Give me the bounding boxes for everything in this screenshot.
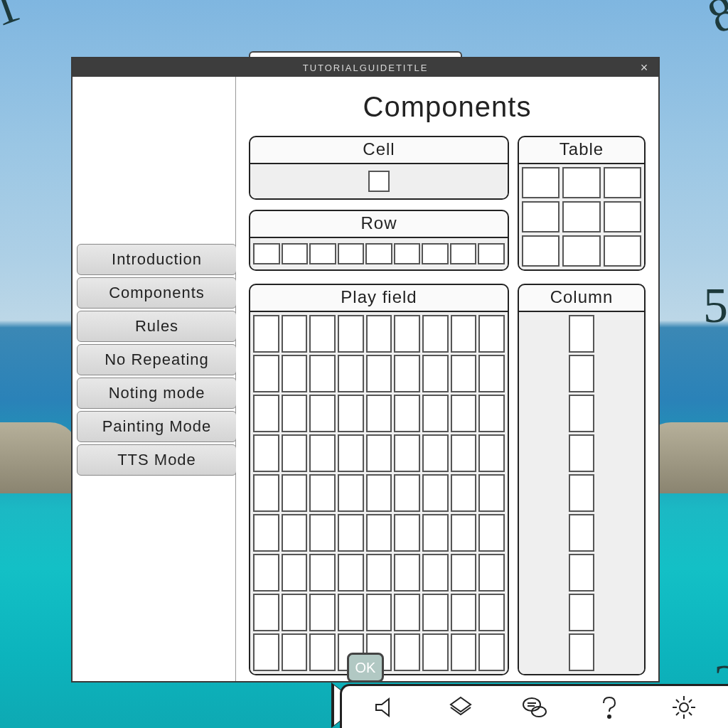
grid-cell (338, 474, 364, 512)
help-icon[interactable] (594, 692, 625, 723)
grid-cell (309, 355, 336, 392)
sidebar-item-label: No Repeating (105, 350, 209, 369)
svg-point-4 (608, 715, 611, 718)
deck-icon[interactable] (445, 692, 476, 723)
grid-cell (394, 633, 420, 671)
grid-cell (394, 594, 420, 631)
grid-cell (450, 243, 477, 264)
grid-cell (366, 395, 392, 432)
grid-cell (422, 514, 449, 552)
grid-cell (282, 434, 308, 472)
bottom-toolbar (340, 684, 728, 728)
cell-icon (368, 171, 390, 192)
grid-cell (282, 594, 308, 631)
grid-cell (522, 201, 560, 232)
grid-cell (253, 355, 279, 392)
sidebar-item-rules[interactable]: Rules (77, 311, 237, 342)
sidebar-spacer (73, 77, 235, 244)
grid-cell (569, 514, 594, 552)
grid-cell (478, 554, 505, 592)
grid-cell (394, 395, 420, 432)
floating-number: 5 (703, 277, 728, 334)
sidebar-item-noting-mode[interactable]: Noting mode (77, 378, 237, 409)
panel-cell: Cell (249, 136, 509, 200)
panel-title-table: Table (519, 137, 644, 163)
grid-cell (309, 554, 336, 592)
panel-row: Row (249, 210, 509, 271)
grid-cell (422, 395, 449, 432)
grid-cell (422, 474, 449, 512)
grid-cell (451, 395, 477, 432)
grid-cell (253, 554, 279, 592)
panel-body-row (250, 237, 508, 269)
grid-cell (366, 594, 392, 631)
tutorial-window: TUTORIALGUIDETITLE × Introduction Compon… (71, 57, 660, 682)
grid-cell (562, 235, 600, 267)
grid-cell (569, 554, 594, 592)
grid-cell (604, 201, 641, 232)
sidebar-item-components[interactable]: Components (77, 277, 237, 309)
grid-cell (282, 355, 308, 392)
grid-cell (282, 633, 308, 671)
sidebar-item-label: Rules (135, 317, 178, 336)
sidebar-item-no-repeating[interactable]: No Repeating (77, 344, 237, 375)
grid-cell (569, 474, 594, 512)
grid-cell (309, 395, 336, 432)
top-row: Cell Row Tabl (249, 136, 646, 271)
sound-icon[interactable] (370, 692, 402, 723)
grid-cell (451, 514, 477, 552)
sidebar-item-label: Components (109, 284, 205, 302)
panel-title-column: Column (519, 285, 644, 311)
grid-cell (522, 167, 560, 198)
grid-cell (309, 474, 336, 512)
grid-cell (366, 474, 392, 512)
grid-cell (569, 395, 594, 432)
ok-button[interactable]: OK (347, 653, 384, 682)
grid-cell (338, 395, 364, 432)
grid-cell (478, 395, 505, 432)
close-button[interactable]: × (636, 58, 654, 77)
grid-cell (366, 554, 392, 592)
column-grid-icon (569, 315, 594, 671)
panel-body-column (519, 311, 644, 674)
grid-cell (253, 395, 279, 432)
grid-cell (569, 633, 594, 671)
grid-cell (309, 315, 336, 353)
grid-cell (422, 315, 449, 353)
sidebar-item-label: Painting Mode (102, 417, 212, 436)
grid-cell (451, 633, 477, 671)
grid-cell (338, 315, 364, 353)
grid-cell (478, 315, 505, 353)
settings-icon[interactable] (668, 692, 700, 723)
grid-cell (309, 633, 336, 671)
grid-cell (366, 355, 392, 392)
grid-cell (253, 315, 279, 353)
chat-icon[interactable] (519, 692, 550, 723)
grid-cell (394, 434, 420, 472)
panel-title-row: Row (250, 211, 508, 237)
grid-cell (522, 235, 560, 267)
grid-cell (338, 594, 364, 631)
grid-cell (394, 474, 420, 512)
grid-cell (478, 594, 505, 631)
grid-cell (394, 355, 420, 392)
grid-cell (562, 201, 600, 232)
titlebar: TUTORIALGUIDETITLE × (73, 58, 658, 77)
sidebar-item-introduction[interactable]: Introduction (77, 244, 237, 275)
grid-cell (562, 167, 600, 198)
grid-cell (478, 633, 505, 671)
panel-title-cell: Cell (250, 137, 508, 163)
grid-cell (394, 514, 420, 552)
bottom-row: Play field Column (249, 284, 646, 675)
grid-cell (253, 633, 279, 671)
grid-cell (451, 355, 477, 392)
grid-cell (253, 514, 279, 552)
svg-point-5 (680, 703, 688, 712)
sidebar-item-tts-mode[interactable]: TTS Mode (77, 444, 237, 476)
sidebar-item-painting-mode[interactable]: Painting Mode (77, 411, 237, 442)
grid-cell (338, 514, 364, 552)
grid-cell (422, 434, 449, 472)
grid-cell (366, 315, 392, 353)
grid-cell (282, 474, 308, 512)
grid-cell (451, 434, 477, 472)
